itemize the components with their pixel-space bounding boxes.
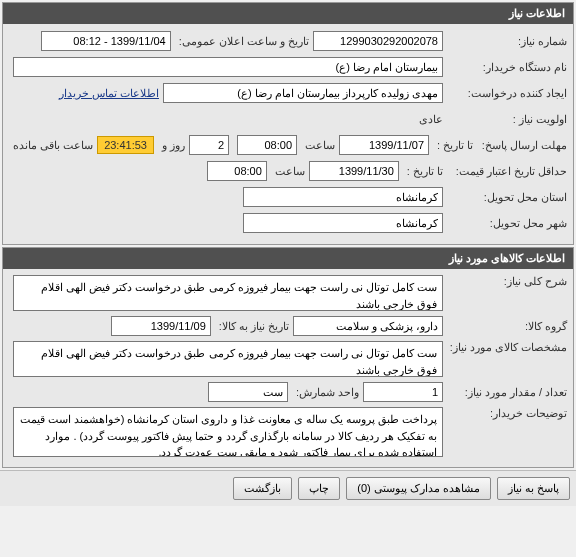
to-date-label: تا تاریخ : (433, 139, 473, 152)
remain-label: ساعت باقی مانده (9, 139, 93, 152)
goods-info-panel: اطلاعات کالاهای مورد نیاز شرح کلی نیاز: … (2, 247, 574, 468)
need-info-header: اطلاعات نیاز (3, 3, 573, 24)
need-info-panel: اطلاعات نیاز شماره نیاز: تاریخ و ساعت اع… (2, 2, 574, 245)
button-bar: پاسخ به نیاز مشاهده مدارک پیوستی (0) چاپ… (0, 470, 576, 506)
need-number-label: شماره نیاز: (447, 35, 567, 48)
priority-value: عادی (415, 113, 443, 126)
need-to-date-label: تاریخ نیاز به کالا: (215, 320, 289, 333)
contact-link[interactable]: اطلاعات تماس خریدار (59, 87, 159, 100)
spec-label: مشخصات کالای مورد نیاز: (447, 341, 567, 354)
creator-label: ایجاد کننده درخواست: (447, 87, 567, 100)
min-validity-date-field[interactable] (309, 161, 399, 181)
delivery-province-label: استان محل تحویل: (447, 191, 567, 204)
goods-info-body: شرح کلی نیاز: گروه کالا: تاریخ نیاز به ک… (3, 269, 573, 467)
org-field[interactable] (13, 57, 443, 77)
spec-field[interactable] (13, 341, 443, 377)
announce-field[interactable] (41, 31, 171, 51)
unit-label: واحد شمارش: (292, 386, 359, 399)
delivery-province-field[interactable] (243, 187, 443, 207)
deadline-date-field[interactable] (339, 135, 429, 155)
days-label: روز و (158, 139, 185, 152)
announce-label: تاریخ و ساعت اعلان عمومی: (175, 35, 309, 48)
goods-info-header: اطلاعات کالاهای مورد نیاز (3, 248, 573, 269)
respond-button[interactable]: پاسخ به نیاز (497, 477, 570, 500)
need-number-field[interactable] (313, 31, 443, 51)
deadline-label: مهلت ارسال پاسخ: (477, 139, 567, 152)
countdown-badge: 23:41:53 (97, 136, 154, 154)
print-button[interactable]: چاپ (298, 477, 340, 500)
days-field[interactable] (189, 135, 229, 155)
need-info-body: شماره نیاز: تاریخ و ساعت اعلان عمومی: نا… (3, 24, 573, 244)
org-label: نام دستگاه خریدار: (447, 61, 567, 74)
min-validity-time-field[interactable] (207, 161, 267, 181)
delivery-city-label: شهر محل تحویل: (447, 217, 567, 230)
desc-field[interactable] (13, 275, 443, 311)
desc-label: شرح کلی نیاز: (447, 275, 567, 288)
notes-field[interactable] (13, 407, 443, 457)
creator-field[interactable] (163, 83, 443, 103)
back-button[interactable]: بازگشت (233, 477, 292, 500)
to-date-label-2: تا تاریخ : (403, 165, 443, 178)
group-field[interactable] (293, 316, 443, 336)
priority-label: اولویت نیاز : (447, 113, 567, 126)
qty-field[interactable] (363, 382, 443, 402)
attachments-button[interactable]: مشاهده مدارک پیوستی (0) (346, 477, 491, 500)
time-label-2: ساعت (271, 165, 305, 178)
time-label-1: ساعت (301, 139, 335, 152)
unit-field[interactable] (208, 382, 288, 402)
group-label: گروه کالا: (447, 320, 567, 333)
need-to-date-field[interactable] (111, 316, 211, 336)
min-validity-label: حداقل تاریخ اعتبار قیمت: (447, 165, 567, 178)
deadline-time-field[interactable] (237, 135, 297, 155)
notes-label: توضیحات خریدار: (447, 407, 567, 420)
qty-label: تعداد / مقدار مورد نیاز: (447, 386, 567, 399)
delivery-city-field[interactable] (243, 213, 443, 233)
